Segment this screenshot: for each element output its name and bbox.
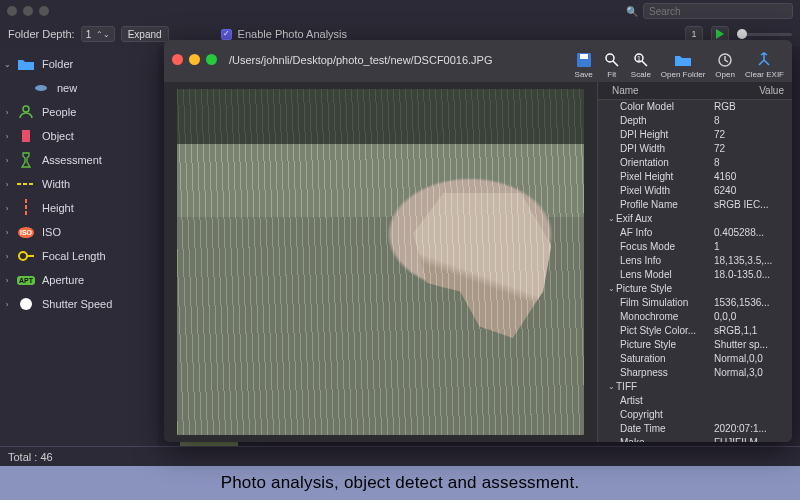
exif-row[interactable]: Depth8 [598,114,792,128]
sidebar-item-people[interactable]: › People [0,100,158,124]
exif-key: Lens Info [620,254,714,268]
exif-value: 8 [714,114,786,128]
exif-col-value: Value [759,85,784,96]
sidebar: ⌄ Folder new › People › Object › Assessm… [0,46,158,462]
sidebar-item-aperture[interactable]: › APT Aperture [0,268,158,292]
disclosure-icon[interactable]: › [4,276,10,285]
size-slider[interactable] [737,33,792,36]
scale-icon: 1 [632,51,650,69]
window-dot [7,6,17,16]
exif-key: Make [620,436,714,442]
iso-icon: ISO [17,224,35,240]
exif-group[interactable]: ⌄TIFF [598,380,792,394]
exif-row[interactable]: Orientation8 [598,156,792,170]
sidebar-item-folder[interactable]: ⌄ Folder [0,52,158,76]
chevron-updown-icon: ⌃⌄ [96,30,110,39]
exif-row[interactable]: AF Info0.405288... [598,226,792,240]
exif-row[interactable]: MakeFUJIFILM [598,436,792,442]
sidebar-item-height[interactable]: › Height [0,196,158,220]
exif-row[interactable]: DPI Height72 [598,128,792,142]
zoom-icon[interactable] [206,54,217,65]
exif-group[interactable]: ⌄Picture Style [598,282,792,296]
scale-button[interactable]: 1 Scale [631,51,651,79]
exif-row[interactable]: Profile NamesRGB IEC... [598,198,792,212]
tool-label: Scale [631,70,651,79]
disclosure-icon[interactable]: ⌄ [608,212,616,226]
disclosure-icon[interactable]: ⌄ [608,380,616,394]
disclosure-icon[interactable]: ⌄ [608,282,616,296]
exif-row[interactable]: Focus Mode1 [598,240,792,254]
exif-row[interactable]: Film Simulation1536,1536... [598,296,792,310]
sidebar-item-assessment[interactable]: › Assessment [0,148,158,172]
exif-row[interactable]: Lens Info18,135,3.5,... [598,254,792,268]
exif-row[interactable]: Pixel Width6240 [598,184,792,198]
exif-row[interactable]: Color ModelRGB [598,100,792,114]
tool-label: Fit [607,70,616,79]
image-canvas[interactable] [164,82,597,442]
sidebar-item-focal-length[interactable]: › Focal Length [0,244,158,268]
tool-label: Open [715,70,735,79]
exif-row[interactable]: Copyright [598,408,792,422]
exif-row[interactable]: SharpnessNormal,3,0 [598,366,792,380]
disclosure-icon[interactable]: › [4,132,10,141]
disclosure-icon[interactable]: › [4,252,10,261]
exif-row[interactable]: Lens Model18.0-135.0... [598,268,792,282]
exif-value: 18,135,3.5,... [714,254,786,268]
disclosure-icon[interactable]: › [4,156,10,165]
open-folder-icon [674,51,692,69]
exif-key: Film Simulation [620,296,714,310]
sidebar-item-label: ISO [42,226,61,238]
save-button[interactable]: Save [575,51,593,79]
exif-group[interactable]: ⌄Exif Aux [598,212,792,226]
exif-value: 1 [714,240,786,254]
slider-thumb[interactable] [737,29,747,39]
close-icon[interactable] [172,54,183,65]
exif-key: DPI Width [620,142,714,156]
exif-row[interactable]: Date Time2020:07:1... [598,422,792,436]
disclosure-icon[interactable]: ⌄ [4,60,10,69]
open-button[interactable]: Open [715,51,735,79]
clear-exif-button[interactable]: Clear EXIF [745,51,784,79]
minimize-icon[interactable] [189,54,200,65]
sidebar-item-label: Width [42,178,70,190]
exif-value: 8 [714,156,786,170]
disclosure-icon[interactable]: › [4,204,10,213]
disclosure-icon[interactable]: › [4,300,10,309]
exif-value: 0.405288... [714,226,786,240]
exif-row[interactable]: Monochrome0,0,0 [598,310,792,324]
exif-panel[interactable]: Name Value Color ModelRGBDepth8DPI Heigh… [597,82,792,442]
exif-value: Normal,0,0 [714,352,786,366]
exif-row[interactable]: Pict Style Color...sRGB,1,1 [598,324,792,338]
folder-small-icon [32,80,50,96]
sidebar-item-object[interactable]: › Object [0,124,158,148]
exif-row[interactable]: Artist [598,394,792,408]
sidebar-item-shutter-speed[interactable]: › Shutter Speed [0,292,158,316]
exif-key: Pixel Width [620,184,714,198]
sidebar-item-width[interactable]: › Width [0,172,158,196]
exif-row[interactable]: DPI Width72 [598,142,792,156]
exif-value [714,394,786,408]
exif-value: 1536,1536... [714,296,786,310]
disclosure-icon[interactable]: › [4,228,10,237]
enable-analysis-checkbox[interactable] [221,29,232,40]
exif-value: 0,0,0 [714,310,786,324]
exif-header: Name Value [598,82,792,100]
disclosure-icon[interactable]: › [4,108,10,117]
sidebar-item-iso[interactable]: › ISO ISO [0,220,158,244]
exif-value: sRGB IEC... [714,198,786,212]
search-input[interactable] [643,3,793,19]
exif-row[interactable]: SaturationNormal,0,0 [598,352,792,366]
total-value: 46 [40,451,52,463]
open-folder-button[interactable]: Open Folder [661,51,705,79]
exif-row[interactable]: Pixel Height4160 [598,170,792,184]
disclosure-icon[interactable]: › [4,180,10,189]
exif-row[interactable]: Picture StyleShutter sp... [598,338,792,352]
expand-button[interactable]: Expand [121,26,169,42]
sidebar-item-new[interactable]: new [0,76,158,100]
exif-value: 2020:07:1... [714,422,786,436]
enable-analysis-label: Enable Photo Analysis [238,28,347,40]
sidebar-item-label: Folder [42,58,73,70]
fit-button[interactable]: Fit [603,51,621,79]
svg-point-2 [23,106,29,112]
folder-depth-dropdown[interactable]: 1 ⌃⌄ [81,26,115,42]
